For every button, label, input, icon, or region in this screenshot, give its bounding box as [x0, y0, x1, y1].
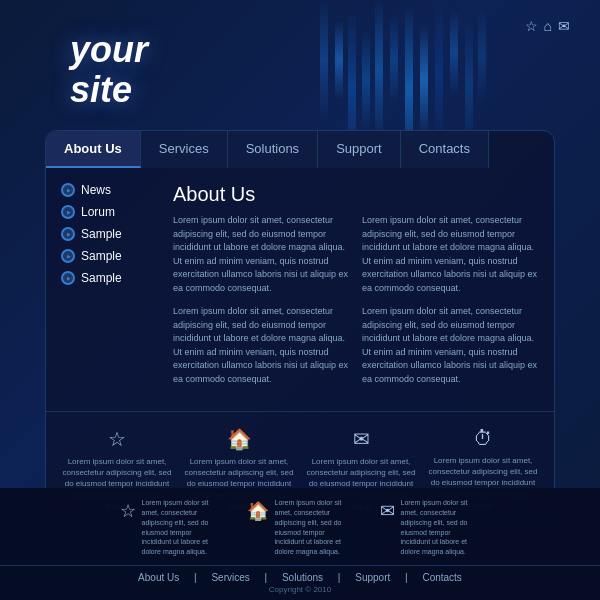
feature-icon-3: ⏱ — [427, 427, 539, 450]
nav-tab-support[interactable]: Support — [318, 131, 401, 168]
feature-icon-2: ✉ — [305, 427, 417, 451]
sidebar-bullet — [61, 271, 75, 285]
nav-tab-contacts[interactable]: Contacts — [401, 131, 489, 168]
star-icon[interactable]: ☆ — [525, 18, 538, 34]
sidebar-nav: NewsLorumSampleSampleSample — [61, 183, 161, 396]
footer-block-icon-1: 🏠 — [247, 500, 269, 522]
main-card: About UsServicesSolutionsSupportContacts… — [45, 130, 555, 528]
footer-nav: About Us | Services | Solutions | Suppor… — [0, 566, 600, 594]
content-block-1: Lorem ipsum dolor sit amet, consectetur … — [173, 214, 350, 295]
sidebar-item-label: Lorum — [81, 205, 115, 219]
mail-icon[interactable]: ✉ — [558, 18, 570, 34]
sidebar-item-sample[interactable]: Sample — [61, 249, 161, 263]
footer-block-2: ✉Lorem ipsum dolor sit amet, consectetur… — [380, 498, 481, 557]
footer-block-1: 🏠Lorem ipsum dolor sit amet, consectetur… — [247, 498, 355, 557]
sidebar-bullet — [61, 205, 75, 219]
footer-block-0: ☆Lorem ipsum dolor sit amet, consectetur… — [120, 498, 222, 557]
home-icon[interactable]: ⌂ — [544, 18, 552, 34]
footer-nav-links: About Us | Services | Solutions | Suppor… — [0, 572, 600, 583]
sidebar-item-label: Sample — [81, 227, 122, 241]
footer-nav-separator: | — [335, 572, 343, 583]
footer-nav-link-solutions[interactable]: Solutions — [282, 572, 323, 583]
footer-nav-link-about-us[interactable]: About Us — [138, 572, 179, 583]
footer-block-icon-0: ☆ — [120, 500, 136, 522]
content-text-2-2: Lorem ipsum dolor sit amet, consectetur … — [362, 305, 539, 386]
sidebar-bullet — [61, 227, 75, 241]
content-col-1: Lorem ipsum dolor sit amet, consectetur … — [173, 214, 350, 396]
footer-icons-row: ☆Lorem ipsum dolor sit amet, consectetur… — [0, 498, 600, 566]
footer-block-text-2: Lorem ipsum dolor sit amet, consectetur … — [401, 498, 481, 557]
content-block-3: Lorem ipsum dolor sit amet, consectetur … — [362, 214, 539, 295]
sidebar-bullet — [61, 183, 75, 197]
content-text-1-2: Lorem ipsum dolor sit amet, consectetur … — [173, 305, 350, 386]
sidebar-bullet — [61, 249, 75, 263]
nav-tab-solutions[interactable]: Solutions — [228, 131, 318, 168]
content-block-2: Lorem ipsum dolor sit amet, consectetur … — [173, 305, 350, 386]
nav-tab-services[interactable]: Services — [141, 131, 228, 168]
footer-block-icon-2: ✉ — [380, 500, 395, 522]
sidebar-item-lorum[interactable]: Lorum — [61, 205, 161, 219]
footer-nav-link-contacts[interactable]: Contacts — [422, 572, 461, 583]
sidebar-item-label: News — [81, 183, 111, 197]
content-title: About Us — [173, 183, 539, 206]
content-block-4: Lorem ipsum dolor sit amet, consectetur … — [362, 305, 539, 386]
footer-nav-separator: | — [402, 572, 410, 583]
content-area: NewsLorumSampleSampleSample About Us Lor… — [46, 168, 554, 411]
content-col-2: Lorem ipsum dolor sit amet, consectetur … — [362, 214, 539, 396]
footer-nav-separator: | — [262, 572, 270, 583]
logo-line1: your — [70, 29, 148, 70]
logo-line2: site — [70, 69, 132, 110]
content-text-1-1: Lorem ipsum dolor sit amet, consectetur … — [173, 214, 350, 295]
content-text-2-1: Lorem ipsum dolor sit amet, consectetur … — [362, 214, 539, 295]
logo-text: your site — [70, 30, 148, 109]
feature-icon-0: ☆ — [61, 427, 173, 451]
footer-nav-link-services[interactable]: Services — [211, 572, 249, 583]
content-columns: Lorem ipsum dolor sit amet, consectetur … — [173, 214, 539, 396]
top-icons: ☆ ⌂ ✉ — [525, 18, 570, 34]
sidebar-item-sample[interactable]: Sample — [61, 227, 161, 241]
content-main: About Us Lorem ipsum dolor sit amet, con… — [173, 183, 539, 396]
footer-block-text-0: Lorem ipsum dolor sit amet, consectetur … — [142, 498, 222, 557]
footer-bar: ☆Lorem ipsum dolor sit amet, consectetur… — [0, 488, 600, 600]
sidebar-item-label: Sample — [81, 249, 122, 263]
sidebar-item-label: Sample — [81, 271, 122, 285]
footer-block-text-1: Lorem ipsum dolor sit amet, consectetur … — [275, 498, 355, 557]
sidebar-item-sample[interactable]: Sample — [61, 271, 161, 285]
footer-nav-link-support[interactable]: Support — [355, 572, 390, 583]
footer-copyright: Copyright © 2010 — [0, 585, 600, 594]
nav-tab-about-us[interactable]: About Us — [46, 131, 141, 168]
sidebar-item-news[interactable]: News — [61, 183, 161, 197]
logo: your site — [70, 30, 148, 109]
feature-icon-1: 🏠 — [183, 427, 295, 451]
footer-nav-separator: | — [191, 572, 199, 583]
nav-tabs: About UsServicesSolutionsSupportContacts — [46, 131, 554, 168]
